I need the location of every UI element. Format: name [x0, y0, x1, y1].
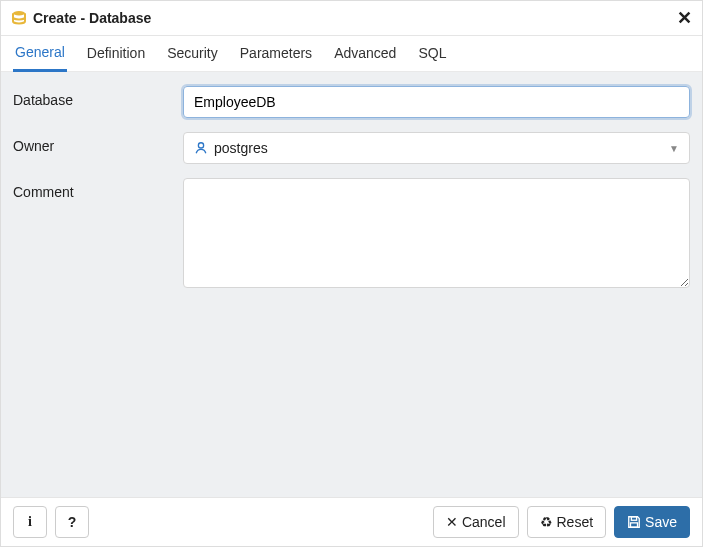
info-icon: i — [28, 514, 32, 530]
save-icon — [627, 515, 641, 529]
dialog-title: Create - Database — [33, 10, 677, 26]
tab-bar: General Definition Security Parameters A… — [1, 36, 702, 72]
tab-sql[interactable]: SQL — [416, 37, 448, 70]
comment-textarea[interactable] — [183, 178, 690, 288]
chevron-down-icon: ▼ — [669, 143, 679, 154]
tab-security[interactable]: Security — [165, 37, 220, 70]
owner-value: postgres — [214, 140, 268, 156]
owner-row: Owner postgres ▼ — [13, 132, 690, 164]
titlebar: Create - Database ✕ — [1, 1, 702, 36]
cancel-button[interactable]: ✕ Cancel — [433, 506, 519, 538]
create-database-dialog: Create - Database ✕ General Definition S… — [0, 0, 703, 547]
tab-general[interactable]: General — [13, 36, 67, 72]
svg-point-0 — [13, 11, 25, 15]
database-icon — [11, 10, 27, 26]
tab-definition[interactable]: Definition — [85, 37, 147, 70]
close-icon[interactable]: ✕ — [677, 7, 692, 29]
reset-label: Reset — [557, 514, 594, 530]
svg-point-1 — [198, 143, 203, 148]
form-body: Database Owner postgres ▼ Co — [1, 72, 702, 497]
tab-advanced[interactable]: Advanced — [332, 37, 398, 70]
owner-select[interactable]: postgres ▼ — [183, 132, 690, 164]
info-button[interactable]: i — [13, 506, 47, 538]
tab-parameters[interactable]: Parameters — [238, 37, 314, 70]
help-button[interactable]: ? — [55, 506, 89, 538]
svg-rect-2 — [631, 517, 636, 521]
save-label: Save — [645, 514, 677, 530]
svg-rect-3 — [631, 523, 638, 527]
owner-label: Owner — [13, 132, 183, 154]
database-label: Database — [13, 86, 183, 108]
user-icon — [194, 141, 208, 155]
database-row: Database — [13, 86, 690, 118]
recycle-icon: ♻ — [540, 514, 553, 530]
help-icon: ? — [68, 514, 77, 530]
close-x-icon: ✕ — [446, 514, 458, 530]
save-button[interactable]: Save — [614, 506, 690, 538]
cancel-label: Cancel — [462, 514, 506, 530]
dialog-footer: i ? ✕ Cancel ♻ Reset Save — [1, 497, 702, 546]
comment-label: Comment — [13, 178, 183, 200]
database-input[interactable] — [183, 86, 690, 118]
comment-row: Comment — [13, 178, 690, 291]
reset-button[interactable]: ♻ Reset — [527, 506, 607, 538]
